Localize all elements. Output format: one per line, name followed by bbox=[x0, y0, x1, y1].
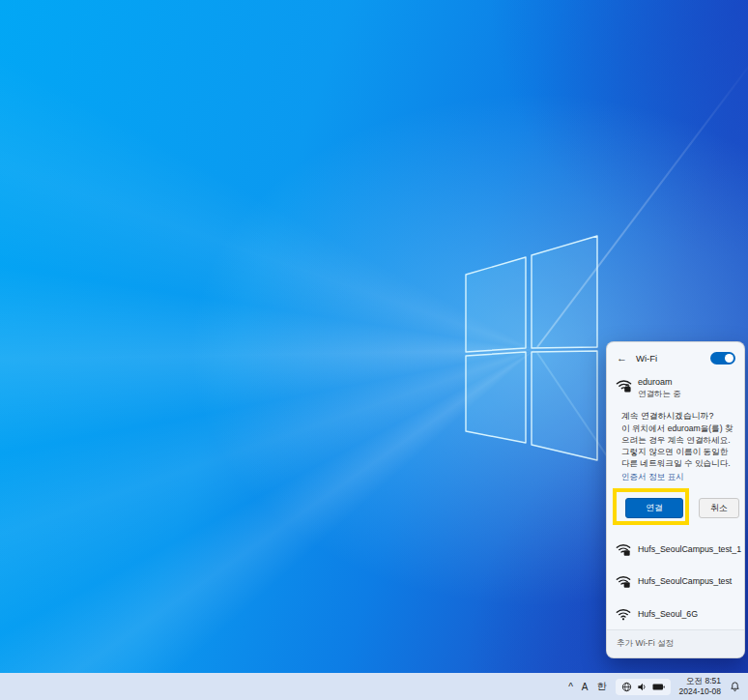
hidden-icons-chevron[interactable]: ^ bbox=[568, 682, 573, 692]
more-wifi-settings-link[interactable]: 추가 Wi-Fi 설정 bbox=[607, 630, 744, 657]
connecting-network-item[interactable]: eduroam 연결하는 중 bbox=[616, 377, 736, 400]
network-list-item[interactable]: Hufs_SeoulCampus_test bbox=[616, 568, 738, 595]
network-ssid: Hufs_Seoul_6G bbox=[638, 609, 698, 619]
wifi-secured-icon bbox=[616, 377, 632, 394]
wifi-toggle-knob bbox=[725, 354, 734, 363]
ime-latin-indicator[interactable]: A bbox=[582, 682, 589, 692]
system-tray-group[interactable] bbox=[616, 679, 671, 695]
speaker-icon bbox=[637, 682, 647, 692]
clock-date: 2024-10-08 bbox=[679, 686, 721, 697]
wifi-flyout-panel: ← Wi-Fi eduroam 연결하는 중 계속 연결하시겠습니까? 이 위치… bbox=[606, 341, 745, 658]
wifi-secured-icon bbox=[616, 573, 631, 589]
certificate-details-link[interactable]: 인증서 정보 표시 bbox=[621, 472, 737, 483]
clock-time: 오전 8:51 bbox=[679, 676, 721, 686]
network-list-item[interactable]: Hufs_Seoul_6G bbox=[616, 600, 738, 627]
wifi-icon bbox=[616, 606, 631, 622]
battery-icon bbox=[652, 682, 665, 692]
wifi-panel-title: Wi-Fi bbox=[636, 353, 657, 364]
network-list-item[interactable]: Hufs_SeoulCampus_test_1 bbox=[616, 536, 738, 563]
cancel-button[interactable]: 취소 bbox=[699, 498, 739, 518]
taskbar-clock[interactable]: 오전 8:51 2024-10-08 bbox=[679, 676, 721, 696]
back-button[interactable]: ← bbox=[617, 353, 627, 364]
connecting-ssid: eduroam bbox=[638, 377, 681, 387]
network-ssid: Hufs_SeoulCampus_test bbox=[638, 576, 732, 586]
screen: ← Wi-Fi eduroam 연결하는 중 계속 연결하시겠습니까? 이 위치… bbox=[0, 0, 748, 700]
connect-prompt: 계속 연결하시겠습니까? 이 위치에서 eduroam을(를) 찾으려는 경우 … bbox=[621, 410, 737, 482]
windows-logo bbox=[464, 232, 599, 464]
notification-bell-icon[interactable] bbox=[730, 681, 740, 692]
network-globe-icon bbox=[621, 682, 632, 692]
wifi-secured-icon bbox=[616, 541, 631, 557]
network-ssid: Hufs_SeoulCampus_test_1 bbox=[638, 544, 741, 554]
connecting-status: 연결하는 중 bbox=[638, 389, 681, 400]
prompt-body: 이 위치에서 eduroam을(를) 찾으려는 경우 계속 연결하세요. 그렇지… bbox=[621, 423, 737, 469]
prompt-title: 계속 연결하시겠습니까? bbox=[621, 410, 737, 422]
wifi-panel-header: ← Wi-Fi bbox=[617, 350, 735, 365]
connect-button[interactable]: 연결 bbox=[625, 498, 683, 518]
ime-korean-indicator[interactable]: 한 bbox=[597, 680, 607, 693]
taskbar: ^ A 한 오전 8:51 2024-10-08 bbox=[0, 673, 748, 700]
wifi-toggle[interactable] bbox=[710, 352, 735, 365]
